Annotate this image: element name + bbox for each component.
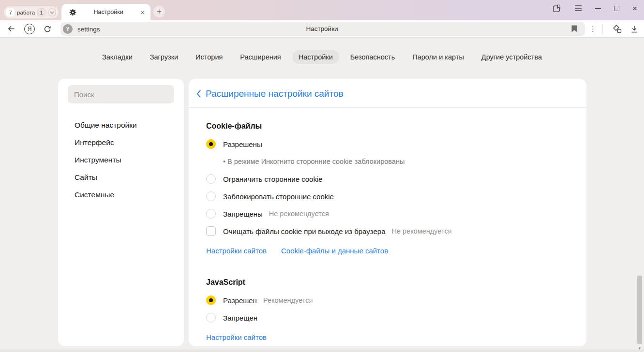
incognito-note: • В режиме Инкогнито сторонние cookie за… [206,153,569,170]
cookies-section: Cookie-файлы Разрешены • В режиме Инкогн… [206,122,569,259]
maximize-icon[interactable] [614,6,619,11]
downloads-icon[interactable] [629,20,639,37]
new-tab-button[interactable]: + [153,6,165,17]
workspace-label: работа [17,10,35,15]
clear-cookies-option[interactable]: Очищать файлы cookie при выходе из брауз… [206,222,569,240]
nav-tab-settings[interactable]: Настройки [292,50,339,64]
refresh-icon[interactable] [43,25,52,33]
yandex-logo-icon[interactable]: Я [24,24,35,34]
workspace-number-badge: 7 [6,8,15,16]
menu-icon[interactable] [574,5,582,12]
address-bar: Я Y settings Настройки ⋮ [0,20,644,38]
radio-icon[interactable] [206,191,216,201]
url-field[interactable]: Y settings [60,22,585,36]
sidebar-item-interface[interactable]: Интерфейс [58,134,184,151]
extensions-icon[interactable] [612,20,623,37]
cookies-forbidden-option[interactable]: Запрещены Не рекомендуется [206,205,569,222]
nav-tab-extensions[interactable]: Расширения [234,50,287,64]
cookies-allowed-option[interactable]: Разрешены [206,135,569,153]
nav-tab-devices[interactable]: Другие устройства [475,50,548,64]
not-recommended-hint: Не рекомендуется [269,210,329,218]
window-bottom-edge [0,350,644,352]
nav-tab-downloads[interactable]: Загрузки [144,50,184,64]
cookies-limit-option[interactable]: Ограничить сторонние cookie [206,170,569,188]
nav-tab-passwords[interactable]: Пароли и карты [406,50,470,64]
scrollbar-thumb[interactable] [637,276,642,344]
close-window-icon[interactable]: × [632,4,637,13]
site-settings-link[interactable]: Настройки сайтов [206,333,267,341]
sidebar-item-system[interactable]: Системные [58,186,184,204]
radio-selected-icon[interactable] [206,295,216,305]
radio-selected-icon[interactable] [206,139,216,149]
minimize-icon[interactable] [595,8,601,9]
not-recommended-hint: Не рекомендуется [392,227,452,235]
sidebar-item-tools[interactable]: Инструменты [58,151,184,169]
js-forbidden-option[interactable]: Запрещен [206,309,569,326]
gear-icon [69,9,76,16]
nav-tab-history[interactable]: История [189,50,229,64]
back-icon[interactable] [7,24,16,33]
search-box[interactable] [68,85,174,103]
radio-icon[interactable] [206,209,216,219]
cookies-block-option[interactable]: Заблокировать сторонние cookie [206,188,569,205]
close-tab-icon[interactable]: × [140,9,145,16]
nav-tab-security[interactable]: Безопасность [344,50,402,64]
chevron-down-icon[interactable] [48,8,56,16]
advanced-sites-header[interactable]: Расширенные настройки сайтов [189,79,586,99]
tab-settings[interactable]: Настройки × [61,4,150,20]
site-badge-icon: Y [63,24,73,34]
sidebar-panel-icon[interactable] [552,4,561,13]
browser-window: 7 работа 1 Настройки × [0,0,644,352]
tab-title: Настройки [76,9,140,15]
back-chevron-icon[interactable] [196,89,201,98]
sidebar-item-general[interactable]: Общие настройки [58,117,184,134]
titlebar: 7 работа 1 Настройки × [0,0,644,20]
settings-sidebar: Общие настройки Интерфейс Инструменты Са… [58,79,184,346]
search-input[interactable] [68,90,174,99]
radio-icon[interactable] [206,313,216,323]
bookmark-icon[interactable] [570,25,578,33]
sidebar-item-sites[interactable]: Сайты [58,169,184,186]
js-allowed-option[interactable]: Разрешен Рекомендуется [206,292,569,309]
addressbar-divider [602,25,603,33]
section-title: JavaScript [206,278,569,287]
workspace-chip[interactable]: 7 работа 1 [4,6,59,18]
url-text: settings [77,26,100,33]
content-page-title: Расширенные настройки сайтов [206,88,344,99]
checkbox-icon[interactable] [206,226,216,236]
cookies-data-link[interactable]: Cookie-файлы и данные сайтов [281,247,388,255]
radio-icon[interactable] [206,174,216,184]
nav-tab-bookmarks[interactable]: Закладки [96,50,139,64]
titlebar-divider [56,6,56,15]
workspace-count-badge: 1 [37,8,45,16]
site-settings-link[interactable]: Настройки сайтов [206,247,267,255]
settings-nav: Закладки Загрузки История Расширения Нас… [0,50,644,64]
settings-content: Расширенные настройки сайтов Cookie-файл… [189,79,586,346]
section-title: Cookie-файлы [206,122,569,131]
more-options-icon[interactable]: ⋮ [589,20,597,37]
javascript-section: JavaScript Разрешен Рекомендуется Запрещ… [206,278,569,345]
recommended-hint: Рекомендуется [263,296,313,304]
